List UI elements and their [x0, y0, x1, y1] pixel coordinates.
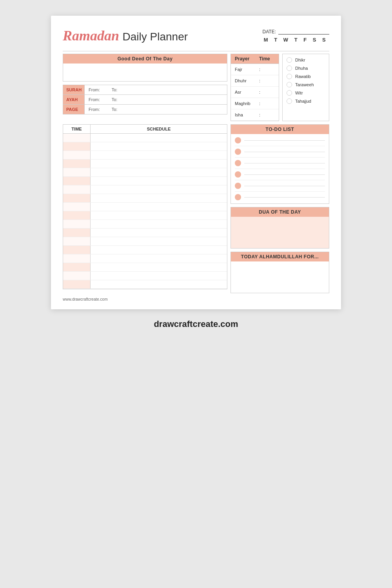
schedule-sched-cell — [91, 280, 227, 289]
checklist-taraweeh[interactable]: Taraweeh — [287, 82, 325, 87]
top-left: Good Deed Of The Day SURAH From: To: AYA… — [63, 54, 227, 121]
checklist-label-dhikr: Dhikr — [295, 58, 305, 62]
quran-row-surah: SURAH From: To: — [63, 85, 227, 95]
alhamdulillah-box: TODAY ALHAMDULILLAH FOR... — [230, 252, 329, 293]
bottom-site-label: drawcraftcreate.com — [154, 319, 238, 329]
dua-header: DUA OF THE DAY — [231, 207, 329, 217]
schedule-time-cell — [63, 194, 91, 202]
header-divider — [63, 51, 329, 51]
check-circle-rawatib[interactable] — [287, 74, 292, 79]
schedule-time-cell — [63, 151, 91, 159]
title-block: Ramadan Daily Planner — [63, 27, 188, 44]
checklist-box: Dhikr Dhuha Rawatib Taraweeh — [282, 54, 329, 121]
prayer-isha: Isha : — [231, 109, 279, 121]
schedule-wrapper: TIME SCHEDULE — [63, 124, 227, 293]
schedule-row — [63, 280, 227, 289]
date-underline — [278, 29, 329, 34]
todo-item — [235, 137, 325, 146]
good-deed-content[interactable] — [63, 64, 227, 81]
schedule-row — [63, 203, 227, 211]
prayer-maghrib: Maghrib : — [231, 98, 279, 109]
date-block: DATE: M T W T F S S — [263, 29, 329, 43]
schedule-sched-cell — [91, 194, 227, 202]
dua-content[interactable] — [231, 217, 329, 248]
right-column: TO-DO LIST — [230, 124, 329, 293]
schedule-row — [63, 237, 227, 246]
prayer-name-dhuhr: Dhuhr — [231, 77, 255, 84]
date-label: DATE: — [263, 29, 276, 34]
todo-circle — [235, 171, 241, 178]
check-circle-tahajjud[interactable] — [287, 98, 292, 104]
check-circle-witr[interactable] — [287, 90, 292, 96]
bottom-section: TIME SCHEDULE — [63, 124, 329, 293]
todo-circle — [235, 149, 241, 155]
schedule-sched-cell — [91, 272, 227, 280]
todo-circle — [235, 183, 241, 189]
todo-circle — [235, 137, 241, 143]
schedule-time-cell — [63, 134, 91, 142]
footer-website: www.drawcraftcreate.com — [63, 297, 329, 301]
schedule-sched-cell — [91, 151, 227, 159]
todo-item — [235, 160, 325, 169]
check-circle-dhuha[interactable] — [287, 65, 292, 71]
check-circle-taraweeh[interactable] — [287, 82, 292, 87]
schedule-time-cell — [63, 211, 91, 220]
title-ramadan: Ramadan — [63, 28, 119, 44]
todo-line — [244, 152, 325, 152]
prayer-time-dhuhr: : — [255, 77, 279, 84]
schedule-sched-cell — [91, 185, 227, 194]
prayer-name-asr: Asr — [231, 89, 255, 96]
schedule-sched-cell — [91, 142, 227, 151]
todo-line — [244, 163, 325, 163]
quran-box: SURAH From: To: AYAH From: To: PAGE — [63, 85, 227, 114]
checklist-dhikr[interactable]: Dhikr — [287, 57, 325, 63]
todo-header: TO-DO LIST — [231, 125, 329, 134]
top-right: Prayer Time Fajr : Dhuhr : Asr : — [230, 54, 329, 121]
schedule-row — [63, 263, 227, 272]
checklist-tahajjud[interactable]: Tahajjud — [287, 98, 325, 104]
check-circle-dhikr[interactable] — [287, 57, 292, 63]
schedule-header: TIME SCHEDULE — [63, 125, 227, 134]
todo-line — [244, 197, 325, 198]
dua-box: DUA OF THE DAY — [230, 207, 329, 249]
schedule-row — [63, 142, 227, 151]
checklist-dhuha[interactable]: Dhuha — [287, 65, 325, 71]
schedule-time-cell — [63, 168, 91, 176]
todo-circle — [235, 194, 241, 200]
quran-label-page: PAGE — [63, 105, 85, 114]
schedule-row — [63, 254, 227, 263]
title-daily-planner: Daily Planner — [123, 31, 188, 43]
schedule-time-cell — [63, 203, 91, 211]
schedule-time-cell — [63, 272, 91, 280]
prayer-header-row: Prayer Time — [231, 54, 279, 64]
schedule-row — [63, 134, 227, 142]
checklist-label-witr: Witr — [295, 91, 303, 95]
todo-box: TO-DO LIST — [230, 124, 329, 204]
schedule-sched-cell — [91, 211, 227, 220]
prayer-col-header: Prayer — [231, 54, 255, 64]
schedule-sched-cell — [91, 134, 227, 142]
schedule-row — [63, 220, 227, 229]
checklist-witr[interactable]: Witr — [287, 90, 325, 96]
alhamdulillah-content[interactable] — [231, 261, 329, 293]
schedule-row — [63, 177, 227, 185]
alhamdulillah-header: TODAY ALHAMDULILLAH FOR... — [231, 252, 329, 261]
checklist-rawatib[interactable]: Rawatib — [287, 74, 325, 79]
prayer-checklist-row: Prayer Time Fajr : Dhuhr : Asr : — [230, 54, 329, 121]
schedule-sched-cell — [91, 246, 227, 254]
prayer-time-maghrib: : — [255, 100, 279, 107]
quran-fields-surah: From: To: — [85, 85, 227, 94]
checklist-label-taraweeh: Taraweeh — [295, 82, 314, 87]
prayer-time-isha: : — [255, 111, 279, 118]
quran-row-ayah: AYAH From: To: — [63, 95, 227, 105]
good-deed-header: Good Deed Of The Day — [63, 54, 227, 64]
schedule-sched-header: SCHEDULE — [91, 125, 227, 133]
prayer-name-fajr: Fajr — [231, 66, 255, 73]
checklist-label-rawatib: Rawatib — [295, 74, 311, 79]
prayer-fajr: Fajr : — [231, 64, 279, 75]
schedule-row — [63, 272, 227, 280]
prayer-dhuhr: Dhuhr : — [231, 75, 279, 87]
todo-item — [235, 194, 325, 200]
quran-label-ayah: AYAH — [63, 95, 85, 104]
schedule-row — [63, 160, 227, 168]
